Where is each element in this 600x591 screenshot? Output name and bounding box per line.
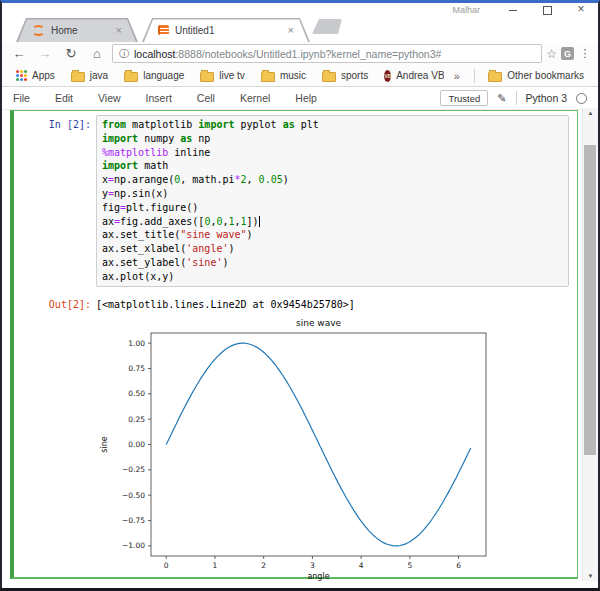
y-tick-label: 0.25 <box>128 414 145 423</box>
menu-edit[interactable]: Edit <box>55 92 73 104</box>
y-tick-label: −1.00 <box>122 541 145 550</box>
forward-icon[interactable]: → <box>34 46 56 61</box>
notebook-cell[interactable]: In [2]: from matplotlib import pyplot as… <box>10 110 578 579</box>
folder-icon <box>488 72 502 82</box>
folder-icon <box>200 72 214 82</box>
page-scrollbar[interactable]: ▲ ▼ <box>582 108 598 581</box>
bookmark-folder-music[interactable]: music <box>255 70 312 82</box>
tab-strip: Home × Untitled1 × <box>2 16 598 42</box>
x-tick-label: 4 <box>359 561 364 570</box>
tab-label: Home <box>51 25 110 36</box>
maximize-button[interactable] <box>530 3 564 16</box>
extension-badge[interactable]: G <box>561 47 574 60</box>
kernel-name: Python 3 <box>526 92 567 104</box>
home-icon[interactable]: ⌂ <box>86 46 108 61</box>
other-bookmarks-folder[interactable]: Other bookmarks <box>482 70 590 82</box>
trusted-button[interactable]: Trusted <box>440 90 488 106</box>
scroll-down-icon[interactable]: ▼ <box>583 573 598 579</box>
chrome-menu-icon[interactable]: ⋮ <box>578 47 592 60</box>
apps-grid-icon <box>16 70 27 81</box>
bookmark-andrea-vb[interactable]: VB Andrea VB Programm <box>378 70 443 82</box>
x-tick-label: 5 <box>407 561 412 570</box>
code-line: %matplotlib inline <box>102 146 563 160</box>
vb-site-icon: VB <box>384 70 391 82</box>
folder-icon <box>261 72 275 82</box>
bookmark-folder-sports[interactable]: sports <box>316 70 374 82</box>
bookmarks-overflow-chevron[interactable]: » <box>448 70 466 82</box>
x-tick-label: 3 <box>310 561 315 570</box>
browser-toolbar: ← → ↻ ⌂ ⓘ localhost:8888/notebooks/Untit… <box>2 42 598 65</box>
menu-insert[interactable]: Insert <box>146 92 172 104</box>
tab-home[interactable]: Home × <box>16 18 138 42</box>
bookmark-folder-java[interactable]: java <box>65 70 114 82</box>
x-tick-label: 1 <box>213 561 218 570</box>
tab-close-icon[interactable]: × <box>116 25 122 35</box>
code-line: fig=plt.figure() <box>102 201 563 215</box>
x-tick-label: 6 <box>456 561 461 570</box>
axes-frame <box>151 333 486 556</box>
url-text: localhost:8888/notebooks/Untitled1.ipynb… <box>134 48 441 60</box>
code-line: ax=fig.add_axes([0,0,1,1]) <box>102 215 563 229</box>
code-editor[interactable]: from matplotlib import pyplot as pltimpo… <box>96 115 569 287</box>
sine-plot-svg: sine wave01234561.000.750.500.250.00−0.2… <box>96 314 496 584</box>
y-tick-label: 0.75 <box>128 364 145 373</box>
x-tick-label: 0 <box>164 561 169 570</box>
folder-icon <box>71 72 85 82</box>
y-axis-label: sine <box>100 436 109 452</box>
code-line: ax.set_xlabel('angle') <box>102 242 563 256</box>
bookmark-star-icon[interactable]: ☆ <box>546 47 557 61</box>
y-tick-label: 0.00 <box>128 440 145 449</box>
new-tab-button[interactable] <box>312 19 342 34</box>
code-line: import math <box>102 159 563 173</box>
minimize-button[interactable] <box>496 3 530 16</box>
bookmark-folder-live-tv[interactable]: live tv <box>194 70 251 82</box>
reload-icon[interactable]: ↻ <box>60 46 82 61</box>
folder-icon <box>124 72 138 82</box>
scroll-up-icon[interactable]: ▲ <box>583 110 598 116</box>
code-line: import numpy as np <box>102 132 563 146</box>
menu-file[interactable]: File <box>13 92 30 104</box>
bookmark-folder-language[interactable]: language <box>118 70 190 82</box>
notebook-icon <box>158 25 169 35</box>
code-line: y=np.sin(x) <box>102 187 563 201</box>
cell-input-row: In [2]: from matplotlib import pyplot as… <box>14 115 577 287</box>
y-tick-label: −0.25 <box>122 465 145 474</box>
page-info-icon[interactable]: ⓘ <box>119 47 129 61</box>
maximize-icon <box>543 6 552 15</box>
apps-shortcut[interactable]: Apps <box>10 70 61 81</box>
y-tick-label: −0.75 <box>122 516 145 525</box>
edit-mode-pencil-icon: ✎ <box>497 92 506 105</box>
menu-help[interactable]: Help <box>295 92 317 104</box>
y-tick-label: 1.00 <box>128 338 145 347</box>
jupyter-menubar: FileEditViewInsertCellKernelHelp Trusted… <box>2 87 598 110</box>
tab-untitled1[interactable]: Untitled1 × <box>142 18 310 42</box>
x-axis-label: angle <box>307 572 329 581</box>
y-tick-label: 0.50 <box>128 389 145 398</box>
plot-title: sine wave <box>296 318 341 328</box>
menu-cell[interactable]: Cell <box>197 92 215 104</box>
back-icon[interactable]: ← <box>8 46 30 61</box>
folder-icon <box>322 72 336 82</box>
y-tick-label: −0.50 <box>122 490 145 499</box>
input-prompt: In [2]: <box>14 115 96 287</box>
code-line: from matplotlib import pyplot as plt <box>102 118 563 132</box>
address-bar[interactable]: ⓘ localhost:8888/notebooks/Untitled1.ipy… <box>112 44 542 63</box>
bookmarks-bar: Apps javalanguagelive tvmusicsports VB A… <box>2 65 598 87</box>
code-line: ax.set_title("sine wave") <box>102 228 563 242</box>
chrome-profile-button[interactable]: Malhar <box>452 5 480 15</box>
code-line: ax.set_ylabel('sine') <box>102 256 563 270</box>
close-button[interactable]: × <box>564 3 598 16</box>
menu-view[interactable]: View <box>98 92 121 104</box>
code-line: ax.plot(x,y) <box>102 270 563 284</box>
browser-window: Malhar × Home × Untitled1 × ← → <box>0 0 600 591</box>
menubar-separator <box>516 91 517 105</box>
menu-kernel[interactable]: Kernel <box>240 92 270 104</box>
tab-close-icon[interactable]: × <box>288 25 294 35</box>
text-cursor <box>259 216 260 227</box>
minimize-icon <box>509 10 517 11</box>
scrollbar-thumb[interactable] <box>584 145 596 455</box>
jupyter-logo-icon <box>32 25 45 36</box>
tab-label: Untitled1 <box>175 25 282 36</box>
kernel-status-icon <box>576 93 587 104</box>
output-repr-text: [<matplotlib.lines.Line2D at 0x9454b2578… <box>96 295 577 310</box>
